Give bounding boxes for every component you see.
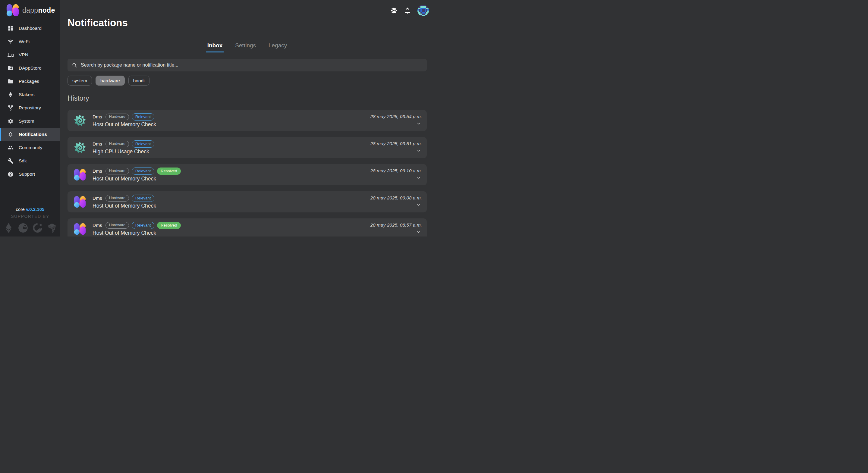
chevron-down-icon[interactable] [416,202,421,208]
badge-relevant: Relevant [132,222,154,229]
help-icon [7,171,13,177]
main-content: Notifications InboxSettingsLegacy system… [60,0,434,236]
avatar-pixel [417,5,419,6]
tab-legacy[interactable]: Legacy [267,42,288,53]
badge-relevant: Relevant [132,167,154,175]
sidebar-item-system[interactable]: System [0,115,60,128]
core-label: core [16,207,25,212]
filter-chip-system[interactable]: system [67,75,92,86]
sidebar-item-notifications[interactable]: Notifications [0,128,60,141]
sidebar-item-label: DAppStore [19,65,41,71]
notification-title: Host Out of Memory Check [93,230,364,236]
filter-chip-hardware[interactable]: hardware [96,75,125,86]
sidebar-item-vpn[interactable]: VPN [0,48,60,61]
avatar-pixel [427,13,429,15]
badge-resolved: Resolved [157,167,181,175]
sidebar-item-label: Wi-Fi [19,39,30,44]
folder-icon [7,78,13,84]
brand-wordmark-light: dapp [22,6,38,14]
notification-source: Dms [93,195,102,201]
sidebar-item-label: Dashboard [19,26,41,31]
wifi-icon [7,38,13,44]
sidebar-item-label: VPN [19,52,28,58]
folder-plus-icon [7,65,13,71]
sidebar-item-sdk[interactable]: Sdk [0,154,60,167]
chevron-down-icon[interactable] [416,175,421,181]
notification-title: Host Out of Memory Check [93,203,364,209]
brand[interactable]: dappnode [0,0,60,17]
notification-source: Dms [93,223,102,228]
bell-icon [7,131,13,137]
core-version-link[interactable]: v.0.2.105 [26,207,44,212]
chevron-down-icon[interactable] [416,229,421,235]
sidebar-footer: core v.0.2.105 SUPPORTED BY [0,207,60,233]
notification-title: Host Out of Memory Check [93,121,364,128]
tabs: InboxSettingsLegacy [67,42,427,53]
badge-hardware: Hardware [105,141,129,148]
dappnode-logo-icon [73,223,86,235]
page-title: Notifications [67,17,427,29]
sidebar-item-stakers[interactable]: Stakers [0,88,60,101]
app-root: dappnode DashboardWi-FiVPNDAppStorePacka… [0,0,434,236]
ethereum-icon [7,92,13,98]
consensys-logo-icon [46,222,58,233]
tab-settings[interactable]: Settings [234,42,257,53]
badge-hardware: Hardware [105,168,129,175]
sidebar-item-wi-fi[interactable]: Wi-Fi [0,35,60,48]
sidebar-item-label: Community [19,145,42,150]
ethereum-foundation-logo-icon [3,222,14,233]
notification-title: Host Out of Memory Check [93,176,364,182]
brand-wordmark: dappnode [22,6,55,14]
avatar-pixel [427,5,429,6]
badge-relevant: Relevant [132,140,154,147]
tab-inbox[interactable]: Inbox [206,42,224,53]
dappnode-logo-icon [73,168,86,181]
sidebar-item-dashboard[interactable]: Dashboard [0,22,60,35]
topbar [390,5,429,16]
dappnode-logo-icon [73,195,86,208]
notification-row[interactable]: DmsHardwareRelevantResolvedHost Out of M… [67,218,427,236]
sidebar-item-packages[interactable]: Packages [0,75,60,88]
badge-hardware: Hardware [105,195,129,202]
sidebar-item-support[interactable]: Support [0,167,60,181]
dappnode-logo-icon [6,4,19,17]
devices-icon [7,52,13,58]
notifications-bell-icon[interactable] [404,7,411,14]
chevron-down-icon[interactable] [416,148,421,153]
badge-resolved: Resolved [157,222,181,229]
notification-row[interactable]: DmsHardwareRelevantHost Out of Memory Ch… [67,110,427,131]
sidebar-item-repository[interactable]: Repository [0,101,60,115]
notification-source: Dms [93,114,102,120]
gnosis-logo-icon [18,222,29,233]
badge-hardware: Hardware [105,222,129,229]
sidebar-item-label: Support [19,171,35,177]
notification-timestamp: 28 may 2025, 09:10 a.m. [370,168,422,174]
notification-row[interactable]: DmsHardwareRelevantHost Out of Memory Ch… [67,191,427,212]
notification-row[interactable]: DmsHardwareRelevantHigh CPU Usage Check2… [67,137,427,158]
brand-wordmark-bold: node [38,6,55,14]
avatar-pixel [417,15,419,16]
avatar-pixel [427,15,429,16]
notification-row[interactable]: DmsHardwareRelevantResolvedHost Out of M… [67,164,427,185]
avatar[interactable] [417,5,429,16]
sidebar-item-community[interactable]: Community [0,141,60,154]
chevron-down-icon[interactable] [416,121,421,126]
avatar-pixel [426,15,428,16]
branch-icon [7,105,13,111]
notification-timestamp: 28 may 2025, 03:54 p.m. [370,114,422,119]
notification-timestamp: 28 may 2025, 08:57 a.m. [370,222,422,228]
notification-timestamp: 28 may 2025, 03:51 p.m. [370,141,422,147]
filter-chip-hoodi[interactable]: hoodi [128,75,150,86]
notification-source: Dms [93,168,102,174]
search-icon [72,62,77,68]
supported-by-label: SUPPORTED BY [0,214,60,219]
search-input[interactable] [80,62,423,68]
sidebar-item-label: Packages [19,78,39,84]
wrench-icon [7,158,13,164]
sidebar: dappnode DashboardWi-FiVPNDAppStorePacka… [0,0,60,236]
theme-toggle-sun-icon[interactable] [390,7,398,14]
sidebar-item-dappstore[interactable]: DAppStore [0,61,60,75]
badge-relevant: Relevant [132,195,154,201]
badge-relevant: Relevant [132,113,154,120]
people-icon [7,145,13,151]
